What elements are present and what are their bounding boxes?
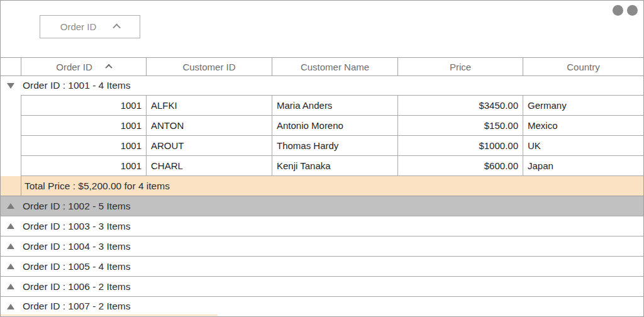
cell-order-id: 1001 — [21, 156, 147, 175]
group-summary-row: Total Price : $5,200.00 for 4 items — [1, 176, 643, 196]
column-header-label: Customer ID — [182, 62, 235, 72]
cell-country: UK — [523, 136, 643, 155]
table-row[interactable]: 1001 ALFKI Maria Anders $3450.00 Germany — [21, 96, 643, 116]
cell-order-id: 1001 — [21, 96, 147, 115]
window-dot-icon — [613, 5, 623, 16]
group-row-1005[interactable]: Order ID : 1005 - 4 Items — [1, 257, 643, 277]
table-row[interactable]: 1001 ANTON Antonio Moreno $150.00 Mexico — [21, 116, 643, 136]
cell-order-id: 1001 — [21, 136, 147, 155]
group-label: Order ID : 1005 - 4 Items — [23, 261, 130, 272]
column-header-label: Order ID — [56, 62, 92, 72]
cell-customer-name: Antonio Moreno — [272, 116, 398, 135]
column-header-label: Customer Name — [301, 62, 369, 72]
group-chip-order-id[interactable]: Order ID — [40, 15, 140, 38]
group-summary-label: Total Price : $5,200.00 for 4 items — [25, 181, 170, 192]
column-header-order-id[interactable]: Order ID — [21, 58, 147, 75]
group-row-1001[interactable]: Order ID : 1001 - 4 Items — [1, 76, 643, 95]
cell-country: Germany — [523, 96, 643, 115]
column-header-label: Country — [567, 62, 600, 72]
cell-price: $3450.00 — [398, 96, 523, 115]
group-row-1007[interactable]: Order ID : 1007 - 2 Items — [1, 297, 643, 316]
sort-ascending-icon — [113, 24, 121, 32]
window-dot-icon — [627, 5, 638, 16]
group-label: Order ID : 1004 - 3 Items — [23, 241, 130, 252]
cell-customer-id: CHARL — [147, 156, 272, 175]
partial-summary-row — [1, 314, 218, 316]
group-chip-label: Order ID — [60, 21, 97, 32]
cell-customer-name: Maria Anders — [272, 96, 398, 115]
cell-customer-id: AROUT — [147, 136, 272, 155]
group-label: Order ID : 1002 - 5 Items — [23, 201, 130, 212]
column-header-row: Order ID Customer ID Customer Name Price… — [1, 57, 643, 76]
column-header-customer-name[interactable]: Customer Name — [272, 58, 398, 75]
expand-group-icon[interactable] — [7, 223, 14, 229]
table-row[interactable]: 1001 CHARL Kenji Tanaka $600.00 Japan — [21, 156, 643, 176]
expand-group-icon[interactable] — [7, 243, 14, 249]
group-label: Order ID : 1001 - 4 Items — [23, 80, 130, 91]
group-drop-area: Order ID — [1, 1, 643, 57]
cell-customer-id: ANTON — [147, 116, 272, 135]
expand-group-icon[interactable] — [7, 264, 14, 269]
cell-country: Japan — [523, 156, 643, 175]
group-label: Order ID : 1007 - 2 Items — [23, 301, 130, 312]
column-header-label: Price — [450, 62, 471, 72]
cell-order-id: 1001 — [21, 116, 147, 135]
expand-group-icon[interactable] — [7, 203, 14, 209]
window-dots — [613, 5, 638, 16]
cell-country: Mexico — [523, 116, 643, 135]
datagrid-window: Order ID Order ID Customer ID Customer N… — [0, 0, 644, 317]
group-row-1006[interactable]: Order ID : 1006 - 2 Items — [1, 277, 643, 297]
group-label: Order ID : 1006 - 2 Items — [23, 281, 130, 292]
cell-customer-id: ALFKI — [147, 96, 272, 115]
cell-customer-name: Kenji Tanaka — [272, 156, 398, 175]
group-label: Order ID : 1003 - 3 Items — [23, 221, 130, 232]
expand-group-icon[interactable] — [7, 284, 14, 289]
column-header-country[interactable]: Country — [523, 58, 643, 75]
cell-price: $150.00 — [398, 116, 523, 135]
cell-price: $1000.00 — [398, 136, 523, 155]
column-header-price[interactable]: Price — [398, 58, 523, 75]
column-header-customer-id[interactable]: Customer ID — [147, 58, 272, 75]
cell-price: $600.00 — [398, 156, 523, 175]
group-1001-records: 1001 ALFKI Maria Anders $3450.00 Germany… — [21, 95, 643, 176]
expander-column-header — [1, 58, 21, 75]
collapse-group-icon[interactable] — [7, 83, 14, 89]
group-row-1003[interactable]: Order ID : 1003 - 3 Items — [1, 216, 643, 236]
group-row-1002[interactable]: Order ID : 1002 - 5 Items — [1, 196, 643, 216]
group-row-1004[interactable]: Order ID : 1004 - 3 Items — [1, 236, 643, 257]
table-row[interactable]: 1001 AROUT Thomas Hardy $1000.00 UK — [21, 136, 643, 156]
cell-customer-name: Thomas Hardy — [272, 136, 398, 155]
sort-ascending-icon — [105, 64, 112, 71]
expand-group-icon[interactable] — [7, 304, 14, 309]
